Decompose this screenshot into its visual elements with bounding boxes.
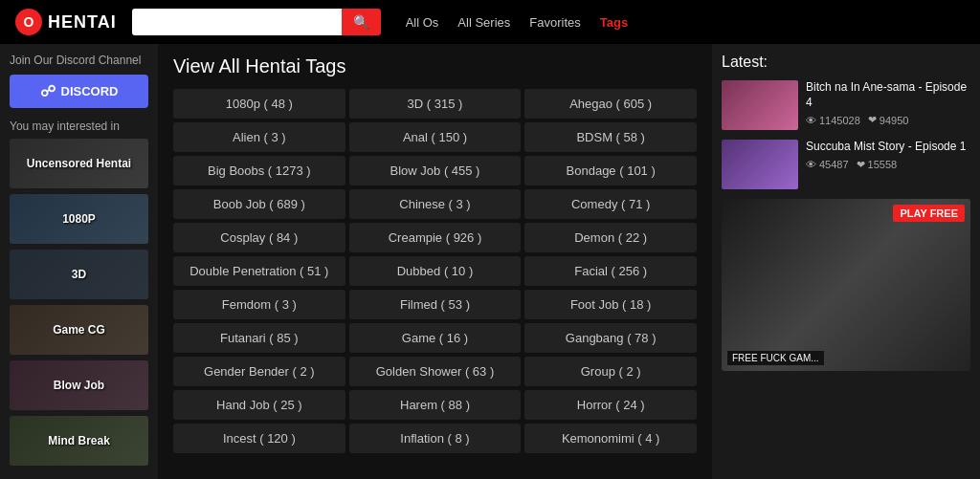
nav-tags[interactable]: Tags bbox=[600, 15, 628, 30]
tag-item[interactable]: 1080p ( 48 ) bbox=[173, 89, 345, 119]
views-stat-2: 👁 45487 bbox=[806, 159, 849, 171]
nav-allseries[interactable]: All Series bbox=[457, 15, 510, 30]
main-nav: All Os All Series Favorites Tags bbox=[406, 15, 628, 30]
latest-item-1: Bitch na In Ane-sama - Episode 4 👁 11450… bbox=[722, 80, 970, 130]
sidebar-item-3d[interactable]: 3D bbox=[10, 250, 148, 299]
play-free-badge: PLAY FREE bbox=[893, 205, 965, 222]
tag-item[interactable]: Harem ( 88 ) bbox=[349, 390, 522, 420]
tag-item[interactable]: Big Boobs ( 1273 ) bbox=[173, 156, 345, 185]
sidebar-item-label: Game CG bbox=[53, 323, 105, 337]
latest-info-2: Succuba Mist Story - Episode 1 👁 45487 ❤… bbox=[806, 140, 970, 189]
tag-item[interactable]: Blow Job ( 455 ) bbox=[349, 156, 522, 185]
tag-item[interactable]: Game ( 16 ) bbox=[349, 323, 522, 353]
sidebar: Join Our Discord Channel ☍ DISCORD You m… bbox=[0, 44, 158, 479]
tag-item[interactable]: Horror ( 24 ) bbox=[524, 390, 697, 420]
tag-item[interactable]: Cosplay ( 84 ) bbox=[173, 223, 345, 252]
free-fuck-label: FREE FUCK GAM... bbox=[727, 351, 824, 365]
latest-thumb-2[interactable] bbox=[722, 140, 798, 189]
tag-item[interactable]: 3D ( 315 ) bbox=[349, 89, 522, 119]
discord-button[interactable]: ☍ DISCORD bbox=[10, 75, 148, 108]
tag-item[interactable]: Inflation ( 8 ) bbox=[349, 424, 522, 453]
latest-name-2: Succuba Mist Story - Episode 1 bbox=[806, 140, 970, 155]
latest-title: Latest: bbox=[722, 54, 970, 71]
tag-item[interactable]: Gangbang ( 78 ) bbox=[524, 323, 697, 353]
sidebar-item-label: 1080P bbox=[62, 212, 96, 226]
discord-label: DISCORD bbox=[61, 84, 119, 98]
interested-title: You may interested in bbox=[10, 120, 148, 133]
tag-item[interactable]: Demon ( 22 ) bbox=[524, 223, 697, 252]
search-input[interactable] bbox=[132, 9, 342, 35]
discord-icon: ☍ bbox=[40, 82, 56, 100]
tag-item[interactable]: Chinese ( 3 ) bbox=[349, 189, 522, 219]
tag-item[interactable]: Anal ( 150 ) bbox=[349, 122, 522, 152]
sidebar-item-gamecg[interactable]: Game CG bbox=[10, 305, 148, 355]
main-content: View All Hentai Tags 1080p ( 48 )3D ( 31… bbox=[158, 44, 712, 479]
latest-stats-2: 👁 45487 ❤ 15558 bbox=[806, 159, 970, 171]
likes-stat-1: ❤ 94950 bbox=[868, 114, 909, 126]
tag-item[interactable]: Filmed ( 53 ) bbox=[349, 290, 522, 319]
nav-allos[interactable]: All Os bbox=[406, 15, 439, 30]
sidebar-item-label: Blow Job bbox=[54, 379, 104, 392]
tag-item[interactable]: Ahegao ( 605 ) bbox=[524, 89, 697, 119]
views-stat-1: 👁 1145028 bbox=[806, 114, 860, 126]
tags-grid: 1080p ( 48 )3D ( 315 )Ahegao ( 605 )Alie… bbox=[173, 89, 697, 453]
tag-item[interactable]: Hand Job ( 25 ) bbox=[173, 390, 345, 420]
logo-icon: O bbox=[15, 9, 42, 35]
sidebar-item-label: Mind Break bbox=[48, 434, 110, 447]
tag-item[interactable]: Facial ( 256 ) bbox=[524, 256, 697, 286]
tag-item[interactable]: Incest ( 120 ) bbox=[173, 424, 345, 453]
tag-item[interactable]: Femdom ( 3 ) bbox=[173, 290, 345, 319]
latest-item-2: Succuba Mist Story - Episode 1 👁 45487 ❤… bbox=[722, 140, 970, 189]
sidebar-item-uncensored[interactable]: Uncensored Hentai bbox=[10, 139, 148, 188]
likes-stat-2: ❤ 15558 bbox=[857, 159, 898, 171]
tag-item[interactable]: Creampie ( 926 ) bbox=[349, 223, 522, 252]
right-panel: Latest: Bitch na In Ane-sama - Episode 4… bbox=[712, 44, 980, 479]
tag-item[interactable]: Golden Shower ( 63 ) bbox=[349, 357, 522, 386]
sidebar-item-label: Uncensored Hentai bbox=[27, 157, 131, 170]
logo: O HENTAI bbox=[15, 9, 117, 35]
latest-thumb-1[interactable] bbox=[722, 80, 798, 130]
page-title: View All Hentai Tags bbox=[173, 55, 697, 77]
tag-item[interactable]: Alien ( 3 ) bbox=[173, 122, 345, 152]
tag-item[interactable]: Futanari ( 85 ) bbox=[173, 323, 345, 353]
logo-text: HENTAI bbox=[48, 12, 117, 33]
tag-item[interactable]: Group ( 2 ) bbox=[524, 357, 697, 386]
tag-item[interactable]: Bondage ( 101 ) bbox=[524, 156, 697, 185]
tag-item[interactable]: Gender Bender ( 2 ) bbox=[173, 357, 345, 386]
sidebar-item-1080p[interactable]: 1080P bbox=[10, 194, 148, 244]
tag-item[interactable]: BDSM ( 58 ) bbox=[524, 122, 697, 152]
tag-item[interactable]: Dubbed ( 10 ) bbox=[349, 256, 522, 286]
tag-item[interactable]: Foot Job ( 18 ) bbox=[524, 290, 697, 319]
sidebar-item-label: 3D bbox=[72, 268, 86, 281]
search-bar: 🔍 bbox=[132, 9, 381, 35]
latest-name-1: Bitch na In Ane-sama - Episode 4 bbox=[806, 80, 970, 110]
search-button[interactable]: 🔍 bbox=[342, 9, 381, 35]
tag-item[interactable]: Boob Job ( 689 ) bbox=[173, 189, 345, 219]
layout: Join Our Discord Channel ☍ DISCORD You m… bbox=[0, 44, 980, 479]
sidebar-item-blowjob[interactable]: Blow Job bbox=[10, 360, 148, 410]
discord-title: Join Our Discord Channel bbox=[10, 54, 148, 67]
latest-stats-1: 👁 1145028 ❤ 94950 bbox=[806, 114, 970, 126]
tag-item[interactable]: Comedy ( 71 ) bbox=[524, 189, 697, 219]
sidebar-item-mindbreak[interactable]: Mind Break bbox=[10, 416, 148, 466]
latest-info-1: Bitch na In Ane-sama - Episode 4 👁 11450… bbox=[806, 80, 970, 130]
tag-item[interactable]: Double Penetration ( 51 ) bbox=[173, 256, 345, 286]
nav-favorites[interactable]: Favorites bbox=[529, 15, 580, 30]
header: O HENTAI 🔍 All Os All Series Favorites T… bbox=[0, 0, 980, 44]
tag-item[interactable]: Kemonomimi ( 4 ) bbox=[524, 424, 697, 453]
promo-banner[interactable]: PLAY FREE FREE FUCK GAM... bbox=[722, 199, 970, 371]
